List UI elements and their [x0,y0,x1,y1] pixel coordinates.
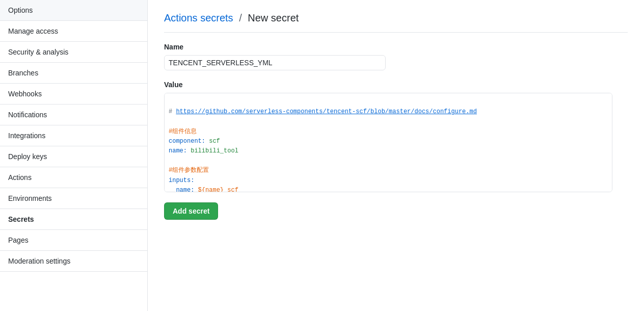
sidebar-item-actions[interactable]: Actions [0,167,147,188]
breadcrumb-separator: / [239,12,242,23]
sidebar-item-pages[interactable]: Pages [0,230,147,251]
value-label: Value [164,81,628,89]
sidebar-item-options[interactable]: Options [0,0,147,21]
name-input[interactable] [164,55,386,70]
sidebar-item-security-analysis[interactable]: Security & analysis [0,42,147,63]
sidebar-item-branches[interactable]: Branches [0,63,147,84]
sidebar-item-webhooks[interactable]: Webhooks [0,84,147,105]
sidebar-item-secrets[interactable]: Secrets [0,209,147,230]
sidebar-item-integrations[interactable]: Integrations [0,125,147,146]
value-textarea[interactable]: # https://github.com/serverless-componen… [164,93,612,192]
sidebar-item-moderation-settings[interactable]: Moderation settings [0,251,147,272]
breadcrumb-link[interactable]: Actions secrets [164,12,233,23]
sidebar-item-manage-access[interactable]: Manage access [0,21,147,42]
value-field-group: Value # https://github.com/serverless-co… [164,81,628,192]
breadcrumb-current: New secret [248,12,299,23]
sidebar: OptionsManage accessSecurity & analysisB… [0,0,148,311]
name-field-group: Name [164,43,628,70]
main-content: Actions secrets / New secret Name Value … [148,0,644,311]
sidebar-item-notifications[interactable]: Notifications [0,105,147,125]
add-secret-button[interactable]: Add secret [164,202,218,220]
sidebar-item-deploy-keys[interactable]: Deploy keys [0,146,147,167]
name-label: Name [164,43,628,51]
breadcrumb: Actions secrets / New secret [164,12,628,33]
sidebar-item-environments[interactable]: Environments [0,188,147,209]
